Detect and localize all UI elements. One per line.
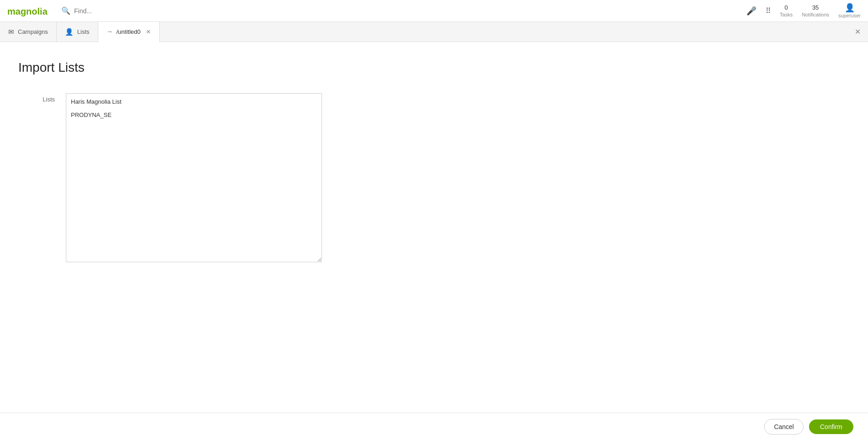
list-item[interactable]: Haris Magnolia List [66,95,321,109]
main-content: Import Lists Lists Haris Magnolia List P… [0,42,868,440]
confirm-button[interactable]: Confirm [809,419,853,434]
campaigns-icon: ✉ [8,28,14,36]
search-input[interactable] [74,7,233,15]
lists-label: Lists [18,93,55,103]
untitled-icon: → [107,28,113,35]
topbar-actions: 🎤 ⠿ 0 Tasks 35 Notifications 👤 superuser [746,4,861,18]
lists-box[interactable]: Haris Magnolia List PRODYNA_SE [66,93,322,262]
form-row-lists: Lists Haris Magnolia List PRODYNA_SE [18,93,850,262]
mic-icon: 🎤 [746,7,756,15]
close-all-button[interactable]: ✕ [847,22,868,42]
tab-untitled-close[interactable]: ✕ [146,29,151,35]
page-title: Import Lists [18,60,850,75]
tab-campaigns-label: Campaigns [18,28,48,35]
lists-icon: 👤 [65,28,74,36]
tabbar: ✉ Campaigns 👤 Lists → /untitled0 ✕ ✕ [0,22,868,42]
svg-text:magnolia: magnolia [7,6,48,16]
notifications-label: Notifications [802,12,829,17]
search-bar: 🔍 [56,4,239,18]
mic-button[interactable]: 🎤 [746,7,756,15]
close-all-icon: ✕ [855,27,861,36]
user-label: superuser [838,13,861,18]
grid-icon: ⠿ [766,7,771,15]
user-icon: 👤 [845,4,855,12]
user-button[interactable]: 👤 superuser [838,4,861,18]
bottom-bar: Cancel Confirm [0,413,868,440]
tasks-count: 0 [784,4,788,11]
list-item[interactable]: PRODYNA_SE [66,109,321,122]
tab-lists[interactable]: 👤 Lists [57,22,98,42]
notifications-button[interactable]: 35 Notifications [802,4,829,17]
topbar: magnolia 🔍 🎤 ⠿ 0 Tasks 35 Notifications … [0,0,868,22]
tab-untitled[interactable]: → /untitled0 ✕ [98,22,160,42]
tasks-label: Tasks [780,12,793,17]
cancel-button[interactable]: Cancel [764,419,804,435]
tasks-button[interactable]: 0 Tasks [780,4,793,17]
notifications-count: 35 [812,4,819,11]
grid-button[interactable]: ⠿ [766,7,771,15]
magnolia-logo: magnolia [7,5,48,17]
tab-lists-label: Lists [77,28,90,35]
tab-campaigns[interactable]: ✉ Campaigns [0,22,57,42]
search-icon: 🔍 [61,6,70,15]
tab-untitled-label: /untitled0 [117,28,141,35]
